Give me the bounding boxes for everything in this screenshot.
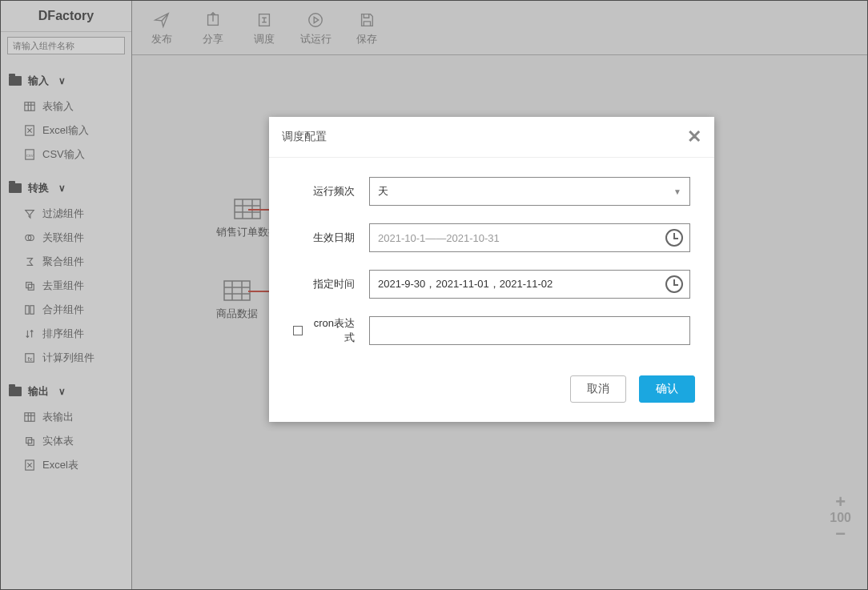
select-value: 天 — [378, 184, 388, 199]
dialog-title: 调度配置 — [282, 130, 327, 144]
input-placeholder: 2021-10-1——2021-10-31 — [378, 232, 500, 244]
effective-date-input[interactable]: 2021-10-1——2021-10-31 — [369, 223, 690, 252]
specified-time-input[interactable]: 2021-9-30，2021-11-01，2021-11-02 — [369, 270, 690, 299]
label-effective-date: 生效日期 — [293, 231, 369, 245]
cron-input[interactable] — [369, 316, 690, 345]
label-cron: cron表达式 — [293, 316, 369, 345]
cancel-button[interactable]: 取消 — [570, 375, 626, 403]
clock-icon — [665, 275, 683, 293]
cron-checkbox[interactable] — [293, 326, 303, 335]
close-icon[interactable]: ✕ — [687, 126, 701, 147]
schedule-dialog: 调度配置 ✕ 运行频次 天 生效日期 2021-10-1——2021-10-31… — [269, 117, 714, 422]
clock-icon — [665, 229, 683, 247]
input-value: 2021-9-30，2021-11-01，2021-11-02 — [378, 277, 553, 291]
label-specified-time: 指定时间 — [293, 277, 369, 291]
frequency-select[interactable]: 天 — [369, 177, 690, 206]
label-frequency: 运行频次 — [293, 184, 369, 199]
confirm-button[interactable]: 确认 — [639, 375, 695, 403]
